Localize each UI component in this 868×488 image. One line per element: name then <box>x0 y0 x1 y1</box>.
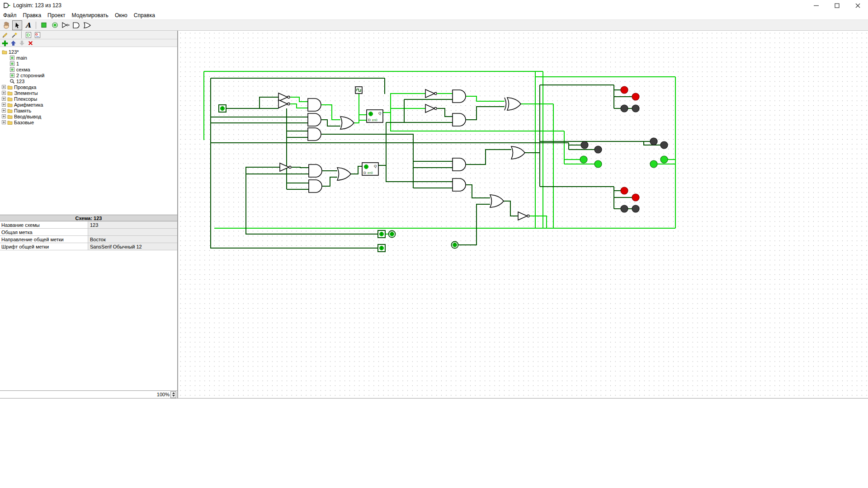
close-button[interactable] <box>847 0 868 11</box>
led-dark[interactable] <box>660 141 668 149</box>
led-dark[interactable] <box>650 138 657 145</box>
remove-circuit-button[interactable] <box>27 40 34 47</box>
wire[interactable] <box>259 97 278 108</box>
wire[interactable] <box>466 150 511 164</box>
or-gate[interactable] <box>340 117 354 129</box>
expander-icon[interactable] <box>2 114 6 118</box>
property-value[interactable]: Восток <box>88 236 177 243</box>
and-gate[interactable] <box>308 128 321 141</box>
tree-library-item[interactable]: Элементы <box>0 90 177 96</box>
not-gate[interactable] <box>425 104 434 113</box>
and-gate[interactable] <box>453 90 466 103</box>
and-gate-tool-button[interactable] <box>71 20 81 30</box>
or-gate[interactable] <box>511 146 525 159</box>
wire[interactable] <box>466 96 505 101</box>
layout-edit-button[interactable] <box>24 31 33 38</box>
led-dark[interactable] <box>581 141 588 149</box>
wire[interactable] <box>466 107 505 120</box>
wire[interactable] <box>321 120 340 126</box>
wire[interactable] <box>351 166 362 174</box>
led-dark[interactable] <box>621 205 628 212</box>
tree-library-item[interactable]: Плексоры <box>0 96 177 102</box>
wire[interactable] <box>322 177 337 186</box>
wire[interactable] <box>504 201 518 216</box>
not-gate[interactable] <box>278 100 288 108</box>
menu-item[interactable]: Справка <box>131 11 158 19</box>
tree-library-item[interactable]: Арифметика <box>0 102 177 108</box>
led-red[interactable] <box>621 86 628 94</box>
led-red[interactable] <box>621 187 628 194</box>
menu-item[interactable]: Правка <box>20 11 45 19</box>
add-circuit-button[interactable] <box>1 40 9 47</box>
output-pin-tool-button[interactable] <box>50 20 60 30</box>
expander-icon[interactable] <box>2 108 6 113</box>
wire[interactable] <box>437 108 453 117</box>
and-gate[interactable] <box>453 178 466 191</box>
tree-circuit-item[interactable]: 123 <box>0 78 177 84</box>
not-gate[interactable] <box>280 163 289 171</box>
not-gate[interactable] <box>518 212 527 220</box>
and-gate[interactable] <box>309 164 322 177</box>
tree-circuit-item[interactable]: 1 <box>0 61 177 66</box>
input-pin-tool-button[interactable] <box>39 20 49 30</box>
not-gate[interactable] <box>278 93 288 101</box>
edit-tool-button[interactable] <box>12 20 22 30</box>
wire[interactable] <box>290 104 308 108</box>
expander-icon[interactable] <box>2 91 6 95</box>
menu-item[interactable]: Окно <box>112 11 131 19</box>
and-gate[interactable] <box>453 113 466 126</box>
and-gate[interactable] <box>309 180 322 192</box>
menu-item[interactable]: Моделировать <box>69 11 112 19</box>
toolbox-view-button[interactable] <box>1 31 9 38</box>
led-red[interactable] <box>632 194 639 201</box>
led-red[interactable] <box>632 93 639 100</box>
or-gate[interactable] <box>490 195 504 207</box>
tree-circuit-item[interactable]: main <box>0 55 177 61</box>
led-dark[interactable] <box>594 146 602 153</box>
appearance-edit-button[interactable] <box>33 31 42 38</box>
property-value[interactable]: SansSerif Обычный 12 <box>88 243 177 250</box>
wire[interactable] <box>458 204 490 245</box>
maximize-button[interactable] <box>826 0 847 11</box>
tree-root-project[interactable]: 123* <box>0 49 177 55</box>
xor-gate[interactable] <box>507 98 521 110</box>
or-gate-tool-button[interactable] <box>82 20 92 30</box>
wire[interactable] <box>321 134 413 188</box>
tree-library-item[interactable]: Ввод/вывод <box>0 113 177 119</box>
and-gate[interactable] <box>308 113 321 126</box>
wire[interactable] <box>391 113 564 131</box>
expander-icon[interactable] <box>2 97 6 101</box>
expander-icon[interactable] <box>2 103 6 107</box>
led-green[interactable] <box>660 156 668 163</box>
led-dark[interactable] <box>621 105 628 112</box>
tree-library-item[interactable]: Память <box>0 108 177 113</box>
circuit-canvas[interactable]: 0Den0Q0Den0Q00000 <box>178 31 868 398</box>
wire[interactable] <box>466 185 490 198</box>
tree-library-item[interactable]: Проводка <box>0 84 177 90</box>
move-circuit-up-button[interactable] <box>9 40 17 47</box>
zoom-decrease-button[interactable] <box>171 394 176 398</box>
tree-circuit-item[interactable]: 2 сторонний <box>0 72 177 78</box>
wire[interactable] <box>321 105 340 120</box>
text-tool-button[interactable]: A <box>23 20 33 30</box>
property-value[interactable]: 123 <box>88 221 177 228</box>
wire[interactable] <box>359 94 367 120</box>
tree-circuit-item[interactable]: сехма <box>0 66 177 72</box>
simulate-view-button[interactable] <box>10 31 19 38</box>
led-green[interactable] <box>580 156 587 163</box>
led-green[interactable] <box>594 160 602 168</box>
expander-icon[interactable] <box>2 85 6 89</box>
led-dark[interactable] <box>632 105 639 112</box>
and-gate[interactable] <box>453 158 466 171</box>
menu-item[interactable]: Файл <box>0 11 20 19</box>
poke-tool-button[interactable] <box>1 20 11 30</box>
minimize-button[interactable] <box>806 0 826 11</box>
menu-item[interactable]: Проект <box>44 11 69 19</box>
wire[interactable] <box>292 167 309 168</box>
and-gate[interactable] <box>308 99 321 111</box>
tree-library-item[interactable]: Базовые <box>0 119 177 125</box>
led-dark[interactable] <box>632 205 639 212</box>
wire[interactable] <box>530 216 547 228</box>
not-gate[interactable] <box>425 89 434 98</box>
expander-icon[interactable] <box>2 120 6 124</box>
